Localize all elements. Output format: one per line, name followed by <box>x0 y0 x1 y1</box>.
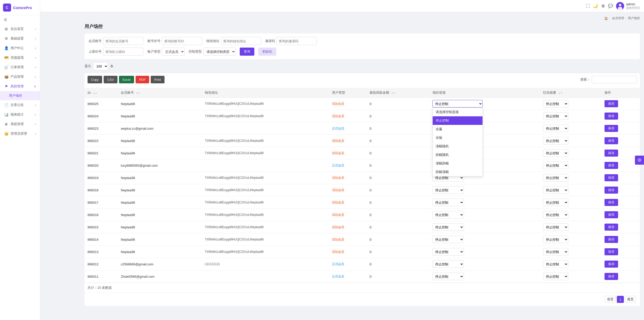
field-control-select-8[interactable]: 请选择控制选项停止控制全赢全输涨幅随机跌幅随机涨幅跌幅跌幅涨幅 <box>432 199 464 206</box>
next-page-button[interactable]: 尾页 <box>625 296 636 303</box>
red-bar-select-7[interactable]: 停止控制全赢全输涨幅随机跌幅随机涨幅跌幅跌幅涨幅 <box>543 186 568 194</box>
red-bar-select-13[interactable]: 停止控制全赢全输涨幅随机跌幅随机涨幅跌幅跌幅涨幅 <box>543 260 568 268</box>
print-button[interactable]: Print <box>151 76 165 83</box>
red-bar-select-3[interactable]: 停止控制全赢全输涨幅随机跌幅随机涨幅跌幅跌幅涨幅 <box>543 137 568 145</box>
sidebar-item-risk[interactable]: ⚑ 风控管理 ∨ <box>0 82 40 91</box>
sidebar-sub-item-field-control[interactable]: 用户场控 <box>0 91 40 100</box>
field-control-select-11[interactable]: 请选择控制选项停止控制全赢全输涨幅随机跌幅随机涨幅跌幅跌幅涨幅 <box>432 236 464 243</box>
sidebar-item-user-center[interactable]: 👤 用户中心 ‹ <box>0 43 40 53</box>
red-bar-select-11[interactable]: 停止控制全赢全输涨幅随机跌幅随机涨幅跌幅跌幅涨幅 <box>543 236 568 243</box>
fullscreen-icon[interactable]: ⛶ <box>586 4 590 8</box>
reset-button[interactable]: 初始化 <box>258 48 276 56</box>
dropdown-option-4[interactable]: 涨幅随机 <box>433 142 482 151</box>
field-control-select-0[interactable]: 请选择控制选项停止控制全赢全输涨幅随机跌幅随机涨幅跌幅跌幅涨幅 <box>432 100 483 108</box>
account-id-input[interactable] <box>162 37 202 45</box>
red-bar-select-0[interactable]: 停止控制全赢全输涨幅随机跌幅随机涨幅跌幅跌幅涨幅 <box>543 100 568 108</box>
sort-min-risk-icon[interactable]: ▲▼ <box>391 92 396 94</box>
member-no-input[interactable] <box>103 37 143 45</box>
field-control-select-14[interactable]: 请选择控制选项停止控制全赢全输涨幅随机跌幅随机涨幅跌幅跌幅涨幅 <box>432 273 464 280</box>
sidebar-item-label: 后台首页 <box>11 27 24 31</box>
account-type-label: 账户类型 <box>147 49 160 54</box>
field-control-select-12[interactable]: 请选择控制选项停止控制全赢全输涨幅随机跌幅随机涨幅跌幅跌幅涨幅 <box>432 248 464 256</box>
save-button-10[interactable]: 保存 <box>605 224 618 231</box>
header-user[interactable]: admin 超级管理员 <box>616 2 640 10</box>
save-button-3[interactable]: 保存 <box>605 137 618 144</box>
red-bar-select-6[interactable]: 停止控制全赢全输涨幅随机跌幅随机涨幅跌幅跌幅涨幅 <box>543 174 568 182</box>
red-bar-select-9[interactable]: 停止控制全赢全输涨幅随机跌幅随机涨幅跌幅跌幅涨幅 <box>543 211 568 219</box>
col-action: 操作 <box>601 88 640 98</box>
save-button-5[interactable]: 保存 <box>605 162 618 169</box>
sidebar-item-dashboard[interactable]: ⊞ 后台首页 ‹ <box>0 24 40 34</box>
sidebar-item-label: 风控管理 <box>11 84 24 89</box>
dropdown-option-3[interactable]: 全输 <box>433 133 482 142</box>
sidebar-item-admin[interactable]: 👑 管理员管理 ‹ <box>0 129 40 138</box>
invite-input[interactable] <box>276 37 317 45</box>
chat-icon[interactable]: 💬 <box>608 4 613 8</box>
sort-id-icon[interactable]: ▲▼ <box>93 92 97 94</box>
sidebar-item-system[interactable]: 🖥 系统管理 ‹ <box>0 119 40 129</box>
prev-page-button[interactable]: 首页 <box>605 296 616 303</box>
save-button-12[interactable]: 保存 <box>605 248 618 255</box>
table-row: 866019 Neptaa98 TXRkWcLeBEuygd9HUQC2X1vL… <box>85 172 640 184</box>
save-button-0[interactable]: 保存 <box>605 100 618 107</box>
red-bar-select-12[interactable]: 停止控制全赢全输涨幅随机跌幅随机涨幅跌幅跌幅涨幅 <box>543 248 568 256</box>
sidebar-item-announcements[interactable]: 📄 文章公告 ‹ <box>0 100 40 110</box>
sidebar-item-recharge[interactable]: 💳 充值提现 ‹ <box>0 53 40 62</box>
pdf-button[interactable]: PDF <box>136 76 149 83</box>
dark-mode-icon[interactable]: 🌙 <box>593 4 598 8</box>
save-button-13[interactable]: 保存 <box>605 261 618 268</box>
save-button-9[interactable]: 保存 <box>605 211 618 218</box>
field-control-select-9[interactable]: 请选择控制选项停止控制全赢全输涨幅随机跌幅随机涨幅跌幅跌幅涨幅 <box>432 211 464 219</box>
red-bar-select-8[interactable]: 停止控制全赢全输涨幅随机跌幅随机涨幅跌幅跌幅涨幅 <box>543 199 568 206</box>
account-type-select[interactable]: 正式会员 全部 试玩会员 <box>162 48 185 56</box>
settings-fab[interactable]: ⚙ <box>635 156 644 165</box>
search-button[interactable]: 查询 <box>240 48 254 56</box>
sidebar-menu-toggle[interactable]: ☰ <box>0 15 40 24</box>
save-button-7[interactable]: 保存 <box>605 187 618 194</box>
csv-button[interactable]: CSV <box>104 76 117 83</box>
save-button-4[interactable]: 保存 <box>605 150 618 157</box>
dropdown-option-5[interactable]: 跌幅随机 <box>433 151 482 159</box>
control-type-select[interactable]: 请选择控制类型 停止控制 全赢 全输 涨幅随机 跌幅随机 涨幅跌幅 跌幅涨幅 <box>203 48 236 56</box>
excel-button[interactable]: Excel <box>119 76 134 83</box>
dropdown-option-0[interactable]: 请选择控制选项 <box>433 108 482 116</box>
copy-button[interactable]: Copy <box>88 76 102 83</box>
field-control-select-13[interactable]: 请选择控制选项停止控制全赢全输涨幅随机跌幅随机涨幅跌幅跌幅涨幅 <box>432 260 464 268</box>
parent-id-input[interactable] <box>103 48 143 56</box>
sort-account-icon[interactable]: ▲▼ <box>136 92 140 94</box>
save-button-6[interactable]: 保存 <box>605 174 618 181</box>
dropdown-option-7[interactable]: 跌幅涨幅 <box>433 168 482 176</box>
field-control-select-10[interactable]: 请选择控制选项停止控制全赢全输涨幅随机跌幅随机涨幅跌幅跌幅涨幅 <box>432 223 464 231</box>
cell-action: 保存 <box>601 135 640 147</box>
red-bar-select-4[interactable]: 停止控制全赢全输涨幅随机跌幅随机涨幅跌幅跌幅涨幅 <box>543 149 568 157</box>
save-button-11[interactable]: 保存 <box>605 236 618 243</box>
breadcrumb-item-member[interactable]: 会员管理 <box>612 16 624 20</box>
search-input[interactable] <box>592 76 637 83</box>
monitor-icon[interactable]: 🖥 <box>601 4 605 8</box>
sidebar-item-orders[interactable]: 🛒 订单管理 ‹ <box>0 62 40 72</box>
save-button-2[interactable]: 保存 <box>605 125 618 132</box>
red-bar-select-2[interactable]: 停止控制全赢全输涨幅随机跌幅随机涨幅跌幅跌幅涨幅 <box>543 125 568 132</box>
field-control-select-7[interactable]: 请选择控制选项停止控制全赢全输涨幅随机跌幅随机涨幅跌幅跌幅涨幅 <box>432 186 464 194</box>
sidebar-item-basic-settings[interactable]: ⚙ 基础设置 ‹ <box>0 34 40 43</box>
table-row: 866024 Neptaa98 TXRkWcLeBEuygd9HUQC2X1vL… <box>85 110 640 122</box>
sidebar-item-products[interactable]: 📦 产品管理 ‹ <box>0 72 40 82</box>
red-bar-select-10[interactable]: 停止控制全赢全输涨幅随机跌幅随机涨幅跌幅跌幅涨幅 <box>543 223 568 231</box>
red-bar-select-5[interactable]: 停止控制全赢全输涨幅随机跌幅随机涨幅跌幅跌幅涨幅 <box>543 162 568 169</box>
save-button-8[interactable]: 保存 <box>605 199 618 206</box>
sort-red-bar-icon[interactable]: ▲▼ <box>558 92 563 94</box>
dropdown-option-6[interactable]: 涨幅跌幅 <box>433 159 482 168</box>
cell-id: 866013 <box>85 246 118 258</box>
save-button-1[interactable]: 保存 <box>605 113 618 120</box>
field-control-cell: 请选择控制选项停止控制全赢全输涨幅随机跌幅随机涨幅跌幅跌幅涨幅 <box>429 233 540 246</box>
dropdown-option-1[interactable]: 停止控制 <box>433 116 482 125</box>
wallet-input[interactable] <box>221 37 261 45</box>
sidebar-item-reports[interactable]: 📊 报表统计 ‹ <box>0 110 40 119</box>
display-count-select[interactable]: 100 10 25 50 <box>93 62 108 70</box>
sidebar-item-label: 用户中心 <box>11 46 24 50</box>
save-button-14[interactable]: 保存 <box>605 273 618 280</box>
dropdown-option-2[interactable]: 全赢 <box>433 125 482 133</box>
page-1-button[interactable]: 1 <box>617 296 624 303</box>
red-bar-select-14[interactable]: 停止控制全赢全输涨幅随机跌幅随机涨幅跌幅跌幅涨幅 <box>543 273 568 280</box>
red-bar-select-1[interactable]: 停止控制全赢全输涨幅随机跌幅随机涨幅跌幅跌幅涨幅 <box>543 112 568 120</box>
